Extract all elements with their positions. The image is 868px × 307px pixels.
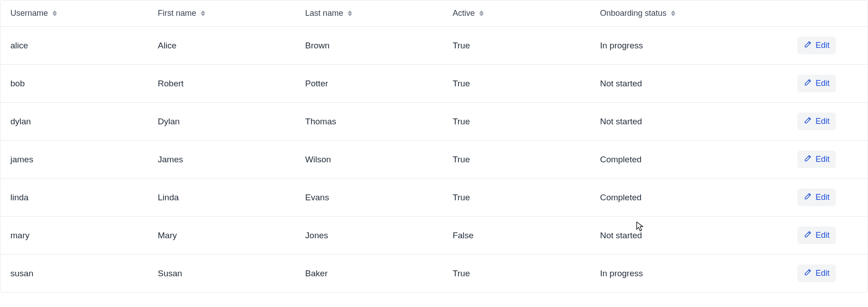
column-header-onboarding-status[interactable]: Onboarding status bbox=[600, 9, 675, 18]
cell-onboarding-status: In progress bbox=[590, 27, 746, 65]
cell-active: True bbox=[443, 255, 590, 293]
sort-icon bbox=[479, 10, 484, 16]
edit-button[interactable]: Edit bbox=[797, 151, 836, 168]
cell-actions: Edit bbox=[746, 27, 868, 65]
sort-icon bbox=[52, 10, 57, 16]
edit-button[interactable]: Edit bbox=[797, 189, 836, 206]
cell-last-name: Brown bbox=[295, 27, 443, 65]
users-table: Username First name bbox=[0, 0, 868, 292]
column-header-first-name[interactable]: First name bbox=[158, 9, 205, 18]
column-header-active[interactable]: Active bbox=[453, 9, 484, 18]
cell-active: True bbox=[443, 103, 590, 141]
cell-last-name: Baker bbox=[295, 255, 443, 293]
cell-active: False bbox=[443, 217, 590, 255]
pencil-icon bbox=[804, 40, 812, 51]
cell-actions: Edit bbox=[746, 103, 868, 141]
sort-icon bbox=[348, 10, 352, 16]
cell-username: mary bbox=[0, 217, 148, 255]
table-header-row: Username First name bbox=[0, 0, 868, 27]
sort-icon bbox=[201, 10, 205, 16]
pencil-icon bbox=[804, 116, 812, 127]
edit-button-label: Edit bbox=[816, 117, 830, 126]
cell-active: True bbox=[443, 141, 590, 179]
edit-button-label: Edit bbox=[816, 79, 830, 88]
cell-actions: Edit bbox=[746, 255, 868, 293]
cell-onboarding-status: Not started bbox=[590, 65, 746, 103]
column-header-label: Onboarding status bbox=[600, 9, 666, 18]
table-row: maryMaryJonesFalseNot startedEdit bbox=[0, 217, 868, 255]
cell-actions: Edit bbox=[746, 217, 868, 255]
cell-active: True bbox=[443, 65, 590, 103]
cell-first-name: Dylan bbox=[148, 103, 295, 141]
edit-button-label: Edit bbox=[816, 231, 830, 240]
cell-actions: Edit bbox=[746, 141, 868, 179]
table-row: lindaLindaEvansTrueCompletedEdit bbox=[0, 179, 868, 217]
cell-username: susan bbox=[0, 255, 148, 293]
edit-button-label: Edit bbox=[816, 269, 830, 278]
cell-username: linda bbox=[0, 179, 148, 217]
cell-actions: Edit bbox=[746, 179, 868, 217]
sort-icon bbox=[671, 10, 675, 16]
cell-first-name: Alice bbox=[148, 27, 295, 65]
cell-last-name: Jones bbox=[295, 217, 443, 255]
pencil-icon bbox=[804, 192, 812, 203]
column-header-label: Active bbox=[453, 9, 475, 18]
pencil-icon bbox=[804, 230, 812, 241]
cell-username: james bbox=[0, 141, 148, 179]
cell-username: alice bbox=[0, 27, 148, 65]
edit-button-label: Edit bbox=[816, 41, 830, 50]
users-table-container: Username First name bbox=[0, 0, 868, 293]
pencil-icon bbox=[804, 154, 812, 165]
cell-last-name: Evans bbox=[295, 179, 443, 217]
cell-onboarding-status: Not started bbox=[590, 103, 746, 141]
column-header-last-name[interactable]: Last name bbox=[305, 9, 352, 18]
pencil-icon bbox=[804, 78, 812, 89]
table-row: aliceAliceBrownTrueIn progressEdit bbox=[0, 27, 868, 65]
column-header-label: First name bbox=[158, 9, 196, 18]
cell-last-name: Wilson bbox=[295, 141, 443, 179]
column-header-username[interactable]: Username bbox=[10, 9, 57, 18]
pencil-icon bbox=[804, 268, 812, 279]
edit-button-label: Edit bbox=[816, 193, 830, 202]
cell-username: bob bbox=[0, 65, 148, 103]
table-row: bobRobertPotterTrueNot startedEdit bbox=[0, 65, 868, 103]
cell-onboarding-status: Completed bbox=[590, 141, 746, 179]
edit-button[interactable]: Edit bbox=[797, 113, 836, 130]
cell-first-name: James bbox=[148, 141, 295, 179]
table-row: dylanDylanThomasTrueNot startedEdit bbox=[0, 103, 868, 141]
cell-first-name: Mary bbox=[148, 217, 295, 255]
table-row: jamesJamesWilsonTrueCompletedEdit bbox=[0, 141, 868, 179]
cell-last-name: Thomas bbox=[295, 103, 443, 141]
column-header-label: Last name bbox=[305, 9, 343, 18]
cell-last-name: Potter bbox=[295, 65, 443, 103]
cell-onboarding-status: In progress bbox=[590, 255, 746, 293]
cell-first-name: Susan bbox=[148, 255, 295, 293]
cell-onboarding-status: Not started bbox=[590, 217, 746, 255]
cell-active: True bbox=[443, 179, 590, 217]
edit-button-label: Edit bbox=[816, 155, 830, 164]
edit-button[interactable]: Edit bbox=[797, 75, 836, 92]
edit-button[interactable]: Edit bbox=[797, 227, 836, 244]
edit-button[interactable]: Edit bbox=[797, 264, 836, 282]
edit-button[interactable]: Edit bbox=[797, 37, 836, 54]
column-header-label: Username bbox=[10, 9, 48, 18]
cell-first-name: Linda bbox=[148, 179, 295, 217]
cell-actions: Edit bbox=[746, 65, 868, 103]
table-row: susanSusanBakerTrueIn progressEdit bbox=[0, 255, 868, 293]
cell-first-name: Robert bbox=[148, 65, 295, 103]
cell-onboarding-status: Completed bbox=[590, 179, 746, 217]
cell-username: dylan bbox=[0, 103, 148, 141]
cell-active: True bbox=[443, 27, 590, 65]
